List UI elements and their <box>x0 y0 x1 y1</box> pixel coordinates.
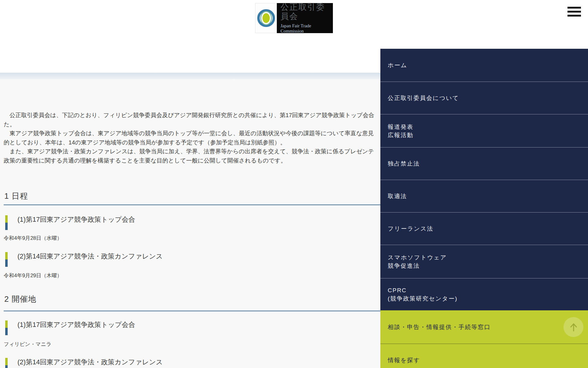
item-marker-icon <box>5 252 8 267</box>
item-marker-icon <box>5 358 8 368</box>
section-heading-schedule: 1 日程 <box>4 191 28 201</box>
menu-item-consultation[interactable]: 相談・申告・情報提供・手続等窓口 <box>380 310 588 343</box>
menu-item-subcontract-law[interactable]: 取適法 <box>380 180 588 212</box>
menu-item-cprc[interactable]: CPRC (競争政策研究センター) <box>380 278 588 310</box>
item-title: (2)第14回東アジア競争法・政策カンファレンス <box>17 358 163 368</box>
item-marker-icon <box>5 215 8 230</box>
item-title: (1)第17回東アジア競争政策トップ会合 <box>17 320 135 335</box>
hamburger-bar <box>567 7 581 9</box>
slide-menu: ホーム 公正取引委員会について 報道発表 広報活動 独占禁止法 取適法 フリーラ… <box>380 49 588 368</box>
list-item: (2)第14回東アジア競争法・政策カンファレンス <box>5 358 163 368</box>
section-heading-venue: 2 開催地 <box>4 294 36 305</box>
hamburger-icon[interactable] <box>567 6 581 18</box>
item-location: フィリピン・マニラ <box>4 341 51 348</box>
list-item: (1)第17回東アジア競争政策トップ会合 <box>5 215 135 230</box>
logo-title-en: Japan Fair Trade Commission <box>281 23 333 34</box>
hamburger-bar <box>567 15 581 17</box>
item-date: 令和4年9月28日（水曜） <box>4 235 62 242</box>
scroll-to-top-button[interactable] <box>564 317 583 337</box>
page: 公正取引委員会 Japan Fair Trade Commission 公正取引… <box>0 0 588 368</box>
jftc-emblem-box <box>255 3 277 33</box>
menu-item-press[interactable]: 報道発表 広報活動 <box>380 114 588 147</box>
logo-text-box: 公正取引委員会 Japan Fair Trade Commission <box>277 3 333 33</box>
menu-item-find-info[interactable]: 情報を探す <box>380 343 588 368</box>
logo-title-jp: 公正取引委員会 <box>281 2 333 21</box>
menu-item-home[interactable]: ホーム <box>380 49 588 82</box>
menu-item-smartphone-law[interactable]: スマホソフトウェア 競争促進法 <box>380 245 588 278</box>
jftc-emblem-icon <box>257 9 275 27</box>
item-marker-icon <box>5 320 8 335</box>
item-date: 令和4年9月29日（木曜） <box>4 272 62 279</box>
list-item: (1)第17回東アジア競争政策トップ会合 <box>5 320 135 335</box>
jftc-logo[interactable]: 公正取引委員会 Japan Fair Trade Commission <box>255 3 333 33</box>
menu-item-antimonopoly[interactable]: 独占禁止法 <box>380 147 588 180</box>
menu-item-freelance-law[interactable]: フリーランス法 <box>380 212 588 245</box>
arrow-up-icon <box>567 321 580 333</box>
item-title: (1)第17回東アジア競争政策トップ会合 <box>17 215 135 230</box>
hamburger-bar <box>567 11 581 13</box>
menu-item-about[interactable]: 公正取引委員会について <box>380 82 588 114</box>
list-item: (2)第14回東アジア競争法・政策カンファレンス <box>5 252 163 267</box>
item-title: (2)第14回東アジア競争法・政策カンファレンス <box>17 252 163 267</box>
jftc-emblem-core <box>262 13 270 23</box>
